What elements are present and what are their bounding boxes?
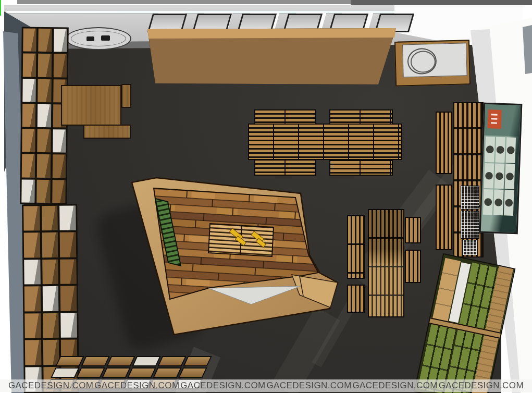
shelf-cube bbox=[38, 79, 52, 102]
shelf-cube bbox=[24, 286, 41, 311]
watermark-text: GACEDESIGN.COM bbox=[8, 380, 93, 391]
round-ceiling-table bbox=[66, 27, 131, 50]
slatted-bench bbox=[330, 110, 392, 124]
shelf-cube bbox=[24, 313, 41, 338]
skylight-frame bbox=[375, 14, 414, 32]
poster-title-block bbox=[488, 109, 502, 129]
wood-desk-side bbox=[121, 84, 131, 108]
shelf-cube bbox=[52, 155, 66, 178]
skylight-frame bbox=[329, 14, 368, 32]
poster-image-cell bbox=[494, 163, 505, 189]
display-bin bbox=[154, 369, 180, 377]
watermark-text: GACEDESIGN.COM bbox=[94, 380, 179, 391]
slatted-bench bbox=[406, 251, 420, 282]
shelf-cube bbox=[52, 180, 66, 203]
shelf-cube bbox=[42, 232, 58, 257]
display-bin bbox=[180, 369, 205, 377]
central-wood-platform bbox=[120, 172, 344, 344]
shelf-cube bbox=[23, 206, 40, 231]
shelf-cube bbox=[38, 104, 51, 128]
slatted-bench bbox=[348, 216, 364, 278]
watermark-band: GACEDESIGN.COM GACEDESIGN.COM GACEDESIGN… bbox=[0, 379, 532, 392]
wood-desk-front bbox=[83, 125, 131, 139]
watermark-text: GACEDESIGN.COM bbox=[439, 380, 524, 391]
display-bin bbox=[103, 369, 129, 377]
shelf-cube bbox=[43, 313, 59, 338]
display-bin bbox=[133, 357, 159, 365]
display-bin bbox=[52, 369, 78, 377]
shelf-cube bbox=[60, 259, 77, 284]
axis-line bbox=[0, 0, 1, 16]
table-item bbox=[86, 36, 94, 41]
shelf-cube bbox=[59, 205, 76, 230]
shelf-cube bbox=[22, 154, 35, 178]
shelf-cube bbox=[60, 232, 76, 257]
shelf-cube bbox=[38, 129, 51, 153]
slatted-bench-narrow bbox=[437, 186, 451, 249]
shelf-cube bbox=[42, 260, 58, 285]
shelf-cube bbox=[22, 104, 36, 127]
shelf-cube bbox=[25, 340, 41, 365]
skylight-frame bbox=[237, 14, 277, 32]
wood-desk-top bbox=[61, 85, 121, 126]
shelf-cube bbox=[23, 29, 36, 52]
display-bin bbox=[108, 357, 133, 365]
shelf-cube bbox=[21, 179, 35, 203]
shelf-cube bbox=[61, 313, 77, 338]
poster-image-cell bbox=[505, 137, 516, 163]
slatted-long-table bbox=[369, 210, 403, 316]
shelf-cube bbox=[42, 206, 58, 231]
display-bin bbox=[82, 357, 108, 365]
mesh-basket bbox=[461, 211, 479, 239]
shelf-cube bbox=[39, 29, 52, 52]
skylight-frame bbox=[192, 14, 232, 32]
poster-image-cell bbox=[485, 137, 495, 162]
skylight-frame bbox=[147, 14, 187, 32]
poster-image-cell bbox=[484, 163, 494, 189]
display-bin bbox=[184, 357, 210, 365]
display-bin bbox=[159, 357, 184, 365]
interior-render: GACEDESIGN.COM GACEDESIGN.COM GACEDESIGN… bbox=[0, 0, 532, 393]
poster-image-cell bbox=[495, 137, 505, 163]
display-bin bbox=[57, 357, 82, 365]
shelf-cube bbox=[53, 54, 67, 77]
poster-image-cell bbox=[483, 189, 493, 215]
shelf-cube bbox=[22, 129, 35, 153]
shelf-cube bbox=[54, 29, 67, 52]
slatted-bench bbox=[348, 286, 364, 312]
display-bin bbox=[78, 369, 103, 377]
shelf-cube bbox=[22, 79, 36, 102]
watermark-text: GACEDESIGN.COM bbox=[180, 380, 265, 391]
mesh-basket bbox=[463, 240, 477, 255]
watermark-text: GACEDESIGN.COM bbox=[266, 380, 351, 391]
slatted-long-table bbox=[249, 125, 401, 159]
mesh-basket bbox=[461, 186, 479, 210]
shelf-cube bbox=[24, 260, 40, 285]
poster-image-cell bbox=[504, 190, 514, 216]
shelf-cube bbox=[53, 129, 66, 153]
slatted-bench bbox=[406, 218, 420, 242]
poster-image-cell bbox=[505, 164, 515, 189]
shelf-cube bbox=[24, 233, 40, 258]
shelf-cube bbox=[37, 180, 51, 203]
service-counter bbox=[394, 40, 471, 87]
watermark-text: GACEDESIGN.COM bbox=[353, 380, 438, 391]
platform-reading-table bbox=[208, 224, 274, 256]
slatted-bench bbox=[255, 110, 315, 124]
poster-image-cell bbox=[493, 190, 504, 215]
shelf-cube bbox=[60, 286, 77, 311]
ceiling-strip-dark bbox=[351, 0, 532, 5]
shelf-cube bbox=[23, 54, 36, 77]
shelf-cube bbox=[37, 154, 51, 178]
display-bin bbox=[129, 369, 154, 377]
wall-poster bbox=[479, 103, 523, 234]
shelf-cube bbox=[38, 54, 52, 77]
table-item bbox=[101, 35, 110, 41]
skylight-frame bbox=[283, 14, 323, 32]
slatted-bench-narrow bbox=[437, 113, 451, 173]
shelf-cube bbox=[42, 286, 58, 311]
ceiling-strip bbox=[17, 0, 351, 4]
poster-image-grid bbox=[483, 137, 516, 216]
